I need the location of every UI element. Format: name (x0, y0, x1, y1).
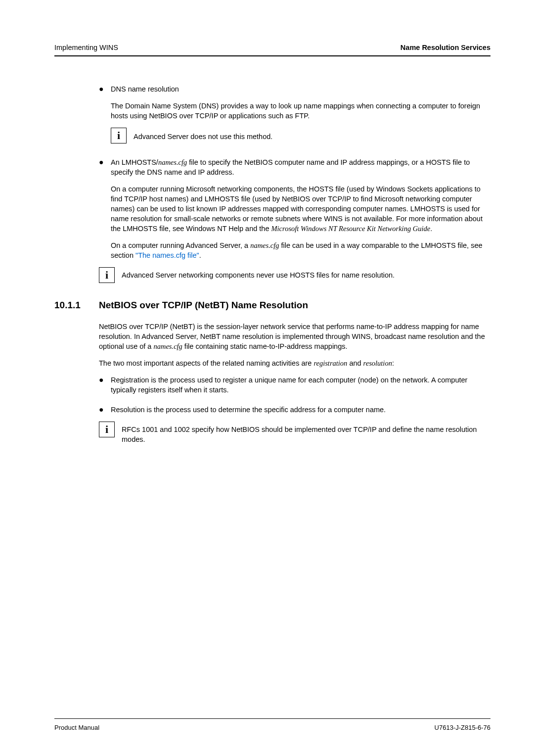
bullet-resolution-text: Resolution is the process used to determ… (111, 405, 490, 415)
info-icon: i (111, 128, 127, 143)
info-icon: i (99, 267, 115, 283)
page-header: Implementing WINS Name Resolution Servic… (54, 44, 490, 51)
footer-divider (54, 718, 490, 719)
footer-right: U7613-J-Z815-6-76 (435, 724, 490, 731)
bullet-registration-text: Registration is the process used to regi… (111, 375, 490, 395)
bullet-dns-title: DNS name resolution (111, 84, 490, 94)
bullet-marker: ● (99, 157, 111, 177)
footer-text-row: Product Manual U7613-J-Z815-6-76 (54, 724, 490, 731)
info-block-dns: i Advanced Server does not use this meth… (111, 128, 490, 143)
section-p2: The two most important aspects of the re… (99, 358, 490, 368)
info-text-dns: Advanced Server does not use this method… (134, 128, 272, 143)
bullet-lmhosts-title: An LMHOSTS/names.cfg file to specify the… (111, 157, 490, 177)
bullet-dns-para: The Domain Name System (DNS) provides a … (111, 101, 490, 121)
lmhosts-para2: On a computer running Advanced Server, a… (111, 240, 490, 260)
footer-left: Product Manual (54, 724, 99, 731)
text-segment: file containing static name-to-IP-addres… (182, 342, 348, 350)
text-segment: . (430, 225, 432, 233)
text-italic: Microsoft Windows NT Resource Kit Networ… (271, 225, 431, 233)
bullet-dns: ● DNS name resolution (99, 84, 490, 94)
header-divider (54, 55, 490, 56)
section-heading: 10.1.1 NetBIOS over TCP/IP (NetBT) Name … (54, 300, 490, 311)
header-left: Implementing WINS (54, 44, 118, 51)
text-italic: names.cfg (250, 241, 279, 249)
link-namescfg[interactable]: "The names.cfg file" (135, 251, 199, 259)
section-title: NetBIOS over TCP/IP (NetBT) Name Resolut… (99, 300, 308, 311)
text-segment: and (347, 359, 363, 367)
page-body: ● DNS name resolution The Domain Name Sy… (54, 84, 490, 283)
text-segment: . (199, 251, 201, 259)
text-italic: names.cfg (153, 342, 182, 350)
bullet-marker: ● (99, 405, 111, 415)
text-italic: registration (313, 359, 347, 367)
lmhosts-para1: On a computer running Microsoft networki… (111, 184, 490, 234)
text-segment: The two most important aspects of the re… (99, 359, 313, 367)
bullet-marker: ● (99, 375, 111, 395)
info-icon: i (99, 422, 115, 437)
section-p1: NetBIOS over TCP/IP (NetBT) is the sessi… (99, 322, 490, 351)
info-block-rfc: i RFCs 1001 and 1002 specify how NetBIOS… (99, 422, 490, 444)
page-footer: Product Manual U7613-J-Z815-6-76 (54, 718, 490, 731)
text-segment: An LMHOSTS/ (111, 158, 158, 166)
bullet-resolution: ● Resolution is the process used to dete… (99, 405, 490, 415)
info-text-hosts: Advanced Server networking components ne… (122, 267, 395, 283)
info-block-hosts: i Advanced Server networking components … (99, 267, 490, 283)
text-italic: names.cfg (158, 158, 187, 166)
section-body: NetBIOS over TCP/IP (NetBT) is the sessi… (54, 322, 490, 444)
text-italic: resolution (363, 359, 392, 367)
header-right: Name Resolution Services (400, 44, 490, 51)
bullet-marker: ● (99, 84, 111, 94)
info-text-rfc: RFCs 1001 and 1002 specify how NetBIOS s… (122, 422, 490, 444)
bullet-lmhosts: ● An LMHOSTS/names.cfg file to specify t… (99, 157, 490, 177)
text-segment: : (392, 359, 394, 367)
text-segment: On a computer running Advanced Server, a (111, 241, 250, 249)
bullet-registration: ● Registration is the process used to re… (99, 375, 490, 395)
section-number: 10.1.1 (54, 300, 99, 311)
